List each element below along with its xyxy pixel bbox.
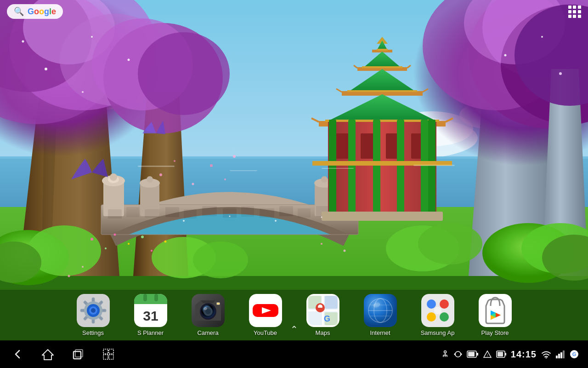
svg-point-108 bbox=[210, 164, 213, 167]
svg-rect-88 bbox=[377, 49, 388, 51]
app-splanner[interactable]: 31 S Planner bbox=[122, 292, 179, 339]
svg-rect-63 bbox=[184, 209, 197, 218]
wifi-icon bbox=[541, 350, 551, 358]
svg-rect-103 bbox=[322, 212, 443, 221]
svg-text:31: 31 bbox=[143, 308, 158, 323]
svg-text:!: ! bbox=[487, 353, 488, 357]
svg-text:G: G bbox=[572, 351, 577, 357]
svg-text:G: G bbox=[324, 314, 330, 323]
app-playstore[interactable]: Play Store bbox=[466, 292, 524, 339]
svg-point-24 bbox=[138, 32, 230, 115]
svg-rect-214 bbox=[468, 352, 475, 356]
search-icon: 🔍 bbox=[14, 6, 24, 17]
google-logo: Google bbox=[28, 7, 56, 17]
app-maps[interactable]: G Maps bbox=[294, 292, 351, 339]
svg-rect-175 bbox=[325, 296, 338, 309]
svg-point-49 bbox=[110, 173, 117, 181]
svg-rect-218 bbox=[505, 353, 506, 356]
svg-point-112 bbox=[105, 247, 107, 249]
svg-point-111 bbox=[90, 238, 93, 241]
back-button[interactable] bbox=[9, 346, 26, 362]
svg-rect-221 bbox=[556, 356, 558, 358]
svg-rect-69 bbox=[298, 208, 311, 218]
svg-point-106 bbox=[174, 160, 175, 162]
svg-point-135 bbox=[82, 266, 84, 268]
app-internet-label: Internet bbox=[370, 329, 390, 336]
svg-point-128 bbox=[275, 220, 277, 222]
app-samsung[interactable]: Samsung Ap bbox=[409, 292, 466, 339]
app-camera-label: Camera bbox=[197, 329, 218, 336]
svg-marker-211 bbox=[454, 353, 455, 356]
svg-point-114 bbox=[128, 243, 130, 245]
status-bar: ! 14:15 G bbox=[0, 340, 588, 368]
svg-point-43 bbox=[193, 242, 248, 278]
app-youtube-label: YouTube bbox=[254, 329, 277, 336]
svg-rect-202 bbox=[109, 349, 113, 354]
svg-marker-198 bbox=[42, 350, 53, 360]
svg-point-205 bbox=[444, 351, 446, 353]
svg-point-119 bbox=[91, 36, 93, 38]
svg-rect-157 bbox=[154, 294, 158, 301]
svg-rect-224 bbox=[563, 351, 565, 358]
svg-rect-67 bbox=[260, 208, 274, 218]
app-samsung-label: Samsung Ap bbox=[421, 329, 455, 336]
svg-rect-61 bbox=[145, 209, 159, 218]
svg-point-151 bbox=[91, 308, 96, 313]
svg-point-107 bbox=[192, 183, 194, 185]
svg-point-113 bbox=[114, 234, 116, 236]
svg-point-124 bbox=[541, 36, 543, 38]
home-button[interactable] bbox=[40, 346, 56, 362]
swipe-up-indicator[interactable]: ⌃ bbox=[290, 324, 298, 335]
app-settings[interactable]: Settings bbox=[64, 292, 122, 339]
apps-grid-button[interactable] bbox=[568, 6, 581, 18]
status-right: ! 14:15 G bbox=[441, 349, 579, 360]
svg-point-118 bbox=[45, 68, 47, 70]
svg-point-129 bbox=[321, 217, 322, 218]
svg-rect-133 bbox=[413, 165, 455, 166]
svg-rect-204 bbox=[109, 355, 113, 359]
svg-rect-64 bbox=[202, 206, 217, 216]
svg-point-125 bbox=[559, 72, 562, 75]
sync-icon bbox=[454, 350, 462, 358]
svg-point-189 bbox=[440, 299, 449, 309]
svg-point-134 bbox=[68, 275, 70, 277]
svg-point-192 bbox=[434, 307, 441, 314]
svg-point-58 bbox=[321, 176, 328, 183]
recents-button[interactable] bbox=[70, 346, 86, 362]
svg-point-191 bbox=[440, 312, 449, 322]
svg-rect-101 bbox=[421, 120, 428, 214]
svg-point-122 bbox=[128, 59, 130, 61]
charge-icon bbox=[496, 351, 506, 358]
svg-rect-100 bbox=[397, 120, 404, 214]
svg-rect-132 bbox=[322, 168, 354, 169]
svg-rect-213 bbox=[477, 353, 478, 356]
svg-rect-90 bbox=[347, 90, 417, 92]
svg-point-126 bbox=[183, 220, 185, 222]
svg-rect-131 bbox=[230, 170, 257, 171]
app-maps-label: Maps bbox=[316, 329, 330, 336]
svg-rect-201 bbox=[103, 349, 108, 354]
app-internet[interactable]: Internet bbox=[351, 292, 409, 339]
svg-point-109 bbox=[224, 178, 226, 180]
svg-point-136 bbox=[321, 243, 322, 245]
svg-rect-154 bbox=[134, 299, 167, 304]
app-splanner-label: S Planner bbox=[137, 329, 164, 336]
svg-rect-98 bbox=[348, 120, 356, 214]
app-camera[interactable]: Camera bbox=[179, 292, 237, 339]
svg-rect-68 bbox=[279, 206, 293, 216]
svg-point-110 bbox=[233, 155, 236, 158]
svg-rect-97 bbox=[329, 120, 336, 214]
svg-point-105 bbox=[159, 173, 162, 176]
svg-point-115 bbox=[141, 236, 144, 238]
svg-rect-222 bbox=[558, 354, 560, 358]
app-youtube[interactable]: YouTube bbox=[237, 292, 294, 339]
svg-point-121 bbox=[82, 91, 84, 93]
google-search-bar[interactable]: 🔍 Google bbox=[7, 4, 63, 19]
svg-rect-99 bbox=[373, 120, 380, 214]
menu-button[interactable] bbox=[100, 346, 117, 362]
svg-rect-165 bbox=[217, 303, 220, 305]
svg-point-120 bbox=[22, 40, 24, 43]
svg-rect-66 bbox=[241, 206, 254, 217]
nav-buttons bbox=[9, 346, 441, 362]
svg-point-127 bbox=[229, 216, 231, 217]
